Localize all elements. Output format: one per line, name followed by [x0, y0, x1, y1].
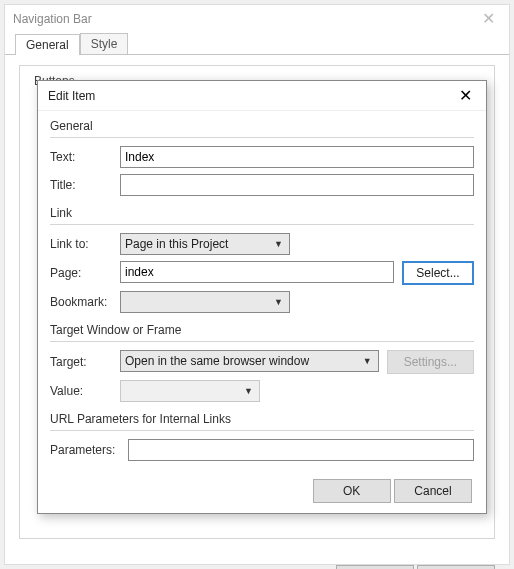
- value-select: ▼: [120, 380, 260, 402]
- chevron-down-icon: ▼: [274, 239, 283, 249]
- tab-style[interactable]: Style: [80, 33, 129, 54]
- text-input[interactable]: [120, 146, 474, 168]
- bookmark-select[interactable]: ▼: [120, 291, 290, 313]
- outer-buttons: OK Cancel: [5, 559, 509, 569]
- linkto-label: Link to:: [50, 237, 120, 251]
- title-label: Title:: [50, 178, 120, 192]
- outer-titlebar: Navigation Bar ✕: [5, 5, 509, 33]
- params-input[interactable]: [128, 439, 474, 461]
- page-label: Page:: [50, 266, 120, 280]
- settings-button: Settings...: [387, 350, 474, 374]
- chevron-down-icon: ▼: [244, 386, 253, 396]
- target-label: Target:: [50, 355, 120, 369]
- title-input[interactable]: [120, 174, 474, 196]
- outer-cancel-button[interactable]: Cancel: [417, 565, 495, 569]
- chevron-down-icon: ▼: [363, 356, 372, 366]
- page-input[interactable]: [120, 261, 394, 283]
- text-label: Text:: [50, 150, 120, 164]
- value-label: Value:: [50, 384, 120, 398]
- chevron-down-icon: ▼: [274, 297, 283, 307]
- params-label: Parameters:: [50, 443, 128, 457]
- inner-ok-button[interactable]: OK: [313, 479, 391, 503]
- section-target-title: Target Window or Frame: [50, 323, 474, 337]
- tab-general[interactable]: General: [15, 34, 80, 55]
- bookmark-label: Bookmark:: [50, 295, 120, 309]
- outer-title: Navigation Bar: [13, 12, 476, 26]
- section-link: Link Link to: Page in this Project ▼ Pag…: [50, 206, 474, 313]
- select-button[interactable]: Select...: [402, 261, 474, 285]
- outer-tabs: General Style: [5, 33, 509, 55]
- linkto-value: Page in this Project: [125, 237, 228, 251]
- section-target: Target Window or Frame Target: Open in t…: [50, 323, 474, 402]
- outer-ok-button[interactable]: OK: [336, 565, 414, 569]
- close-icon[interactable]: ✕: [476, 11, 501, 27]
- edit-item-dialog: Edit Item ✕ General Text: Title: Link Li…: [37, 80, 487, 514]
- section-general: General Text: Title:: [50, 119, 474, 196]
- section-link-title: Link: [50, 206, 474, 220]
- section-params: URL Parameters for Internal Links Parame…: [50, 412, 474, 461]
- inner-title: Edit Item: [48, 89, 455, 103]
- close-icon[interactable]: ✕: [455, 86, 476, 105]
- inner-cancel-button[interactable]: Cancel: [394, 479, 472, 503]
- inner-titlebar: Edit Item ✕: [38, 81, 486, 111]
- target-select[interactable]: Open in the same browser window ▼: [120, 350, 379, 372]
- inner-buttons: OK Cancel: [38, 473, 486, 513]
- section-general-title: General: [50, 119, 474, 133]
- section-params-title: URL Parameters for Internal Links: [50, 412, 474, 426]
- target-value: Open in the same browser window: [125, 354, 309, 368]
- linkto-select[interactable]: Page in this Project ▼: [120, 233, 290, 255]
